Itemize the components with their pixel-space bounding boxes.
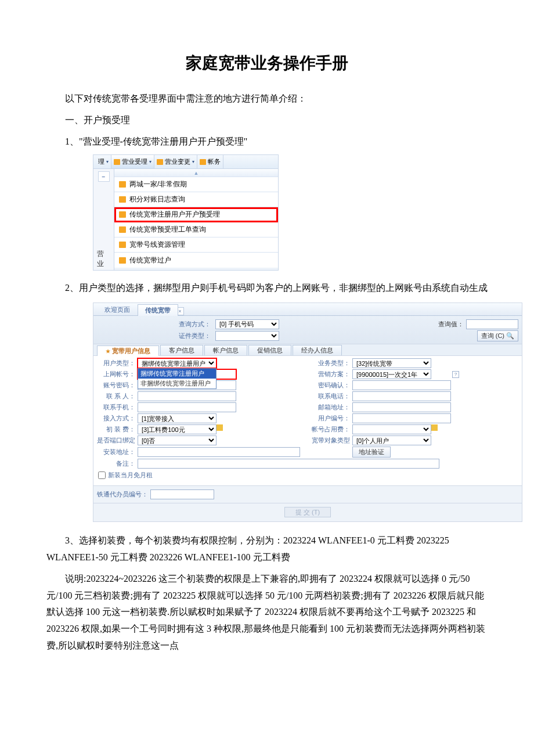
submit-button-disabled: 提 交 (T) xyxy=(284,507,331,517)
query-button[interactable]: 查询 (C)🔍 xyxy=(477,330,518,341)
warning-icon xyxy=(431,424,438,431)
dropdown-option[interactable]: 非捆绑传统宽带注册用户 xyxy=(138,379,216,388)
subtab-promo[interactable]: 促销信息 xyxy=(248,345,291,355)
label-remark: 备注： xyxy=(97,459,138,468)
warning-icon xyxy=(217,424,223,431)
screenshot-form: bdocx.com 欢迎页面 传统宽带 × 查询方式： [0] 手机号码 查询值… xyxy=(93,303,522,522)
label-contact: 联 系 人： xyxy=(97,392,138,401)
caret-icon: ▾ xyxy=(106,159,109,164)
subtab-customer[interactable]: 客户信息 xyxy=(160,345,203,355)
menu-item-label: 传统宽带预受理工单查询 xyxy=(129,225,206,235)
sub-tabs: 宽带用户信息 客户信息 帐户信息 促销信息 经办人信息 xyxy=(93,344,522,356)
select-fee-account[interactable] xyxy=(352,424,431,434)
lock-icon xyxy=(157,159,163,165)
document-page: 家庭宽带业务操作手册 以下对传统宽带各受理界面中需注意的地方进行简单介绍： 一、… xyxy=(0,0,534,694)
label-query-value: 查询值： xyxy=(438,320,464,329)
toolbar-left-label: 理 xyxy=(98,157,104,166)
lock-icon xyxy=(119,196,126,203)
select-id-type[interactable] xyxy=(215,331,279,341)
subtab-agent[interactable]: 经办人信息 xyxy=(293,345,342,355)
lock-icon xyxy=(119,242,126,248)
toolbar-btn-yingye-shouli[interactable]: 营业受理 ▾ xyxy=(111,155,154,168)
intro-paragraph: 以下对传统宽带各受理界面中需注意的地方进行简单介绍： xyxy=(46,91,488,107)
label-user-type: 用户类型： xyxy=(97,359,138,368)
label-target-type: 宽带对象类型： xyxy=(312,436,352,445)
scroll-up-arrow[interactable]: ▲ xyxy=(114,169,278,177)
menu-item[interactable]: 传统宽带预受理工单查询 xyxy=(114,222,278,237)
tab-broadband[interactable]: 传统宽带 xyxy=(138,304,178,316)
caret-icon: ▾ xyxy=(192,159,194,164)
lock-icon xyxy=(119,257,126,264)
dropdown-option[interactable]: 捆绑传统宽带注册用户 xyxy=(138,369,216,379)
lock-icon xyxy=(119,211,126,218)
label-net-account: 上网帐号： xyxy=(97,370,138,379)
label-password: 账号密码： xyxy=(97,381,138,390)
label-query-method: 查询方式： xyxy=(97,320,213,329)
label-biz-type: 业务类型： xyxy=(312,359,352,368)
select-user-type[interactable]: 捆绑传统宽带注册用户 xyxy=(138,358,217,368)
menu-item-label: 积分对账日志查询 xyxy=(129,195,185,204)
toolbar-btn-label: 帐务 xyxy=(208,157,221,166)
section-1-heading: 一、开户预受理 xyxy=(46,112,488,129)
document-title: 家庭宽带业务操作手册 xyxy=(46,52,488,74)
step-1-2: 2、用户类型的选择，捆绑型用户则手机号码即为客户的上网账号，非捆绑型的上网账号由… xyxy=(46,280,488,297)
label-mobile: 联系手机： xyxy=(97,403,138,412)
label-password-confirm: 密码确认： xyxy=(312,381,352,390)
step-1-4: 说明:2023224~2023226 这三个初装费的权限是上下兼容的,即拥有了 … xyxy=(46,571,488,654)
menu-item[interactable]: 传统宽带过户 xyxy=(114,253,278,268)
select-init-fee[interactable]: [3]工料费100元 xyxy=(138,424,217,434)
input-mobile[interactable] xyxy=(138,402,236,412)
toolbar-truncated-left: 理 ▾ xyxy=(96,155,111,168)
menu-list: ▲ 两城一家/非常假期 积分对账日志查询 传统宽带注册用户开户预受理 传统宽带预… xyxy=(114,169,278,270)
input-phone[interactable] xyxy=(352,391,451,401)
lock-icon xyxy=(119,226,126,233)
menu-item[interactable]: 宽带号线资源管理 xyxy=(114,237,278,253)
subtab-broadband-user[interactable]: 宽带用户信息 xyxy=(97,345,159,356)
menu-item-label: 传统宽带注册用户开户预受理 xyxy=(129,210,220,219)
menu-item-highlighted[interactable]: 传统宽带注册用户开户预受理 xyxy=(114,207,278,222)
select-port-bind[interactable]: [0]否 xyxy=(138,435,217,445)
step-1-3: 3、选择初装费，每个初装费均有权限控制，分别为：2023224 WLANFEE1… xyxy=(46,532,488,566)
checkbox-label: 新装当月免月租 xyxy=(108,471,153,480)
search-bar: 查询方式： [0] 手机号码 查询值： 证件类型： 查询 (C)🔍 xyxy=(93,316,522,344)
screenshot-menu: 理 ▾ 营业受理 ▾ 营业变更 ▾ 帐务 − 营业 xyxy=(93,154,279,271)
label-access: 接入方式： xyxy=(97,414,138,423)
collapse-toggle[interactable]: − xyxy=(98,171,110,182)
checkbox-free-first-month[interactable] xyxy=(98,471,106,479)
menu-left-column: − 营业 xyxy=(93,169,114,270)
input-password-confirm[interactable] xyxy=(352,380,451,390)
menu-item-label: 两城一家/非常假期 xyxy=(129,179,187,189)
user-type-dropdown-list: 捆绑传统宽带注册用户 非捆绑传统宽带注册用户 xyxy=(138,368,217,389)
form-area: 用户类型： 捆绑传统宽带注册用户 捆绑传统宽带注册用户 非捆绑传统宽带注册用户 … xyxy=(93,356,522,485)
toolbar-btn-zhangwu[interactable]: 帐务 xyxy=(197,155,223,168)
input-install-addr[interactable] xyxy=(138,447,300,457)
input-agent-code[interactable] xyxy=(150,489,214,499)
input-contact[interactable] xyxy=(138,391,236,401)
select-target-type[interactable]: [0]个人用户 xyxy=(352,435,431,445)
select-access[interactable]: [1]宽带接入 xyxy=(138,413,217,423)
subtab-account[interactable]: 帐户信息 xyxy=(204,345,247,355)
agent-code-bar: 铁通代办员编号： xyxy=(93,485,522,503)
input-query-value[interactable] xyxy=(466,319,518,329)
plan-lookup-button[interactable]: ? xyxy=(452,371,459,378)
select-biz-type[interactable]: [32]传统宽带 xyxy=(352,358,431,368)
top-tabs: 欢迎页面 传统宽带 × xyxy=(93,303,522,316)
label-phone: 联系电话： xyxy=(312,392,352,401)
tab-welcome[interactable]: 欢迎页面 xyxy=(97,304,138,315)
free-first-month-row: 新装当月免月租 xyxy=(97,469,518,482)
select-plan[interactable]: [99000015]一次交1年 xyxy=(352,369,431,379)
address-verify-button[interactable]: 地址验证 xyxy=(352,447,391,458)
toolbar-btn-label: 营业受理 xyxy=(122,157,147,166)
lock-icon xyxy=(114,159,120,165)
step-1-1: 1、"营业受理-传统宽带注册用户开户预受理" xyxy=(46,134,488,150)
input-usercode[interactable] xyxy=(352,413,451,423)
select-user-type-highlighted[interactable]: 捆绑传统宽带注册用户 捆绑传统宽带注册用户 非捆绑传统宽带注册用户 xyxy=(138,358,217,368)
input-remark[interactable] xyxy=(138,459,439,469)
menu-item[interactable]: 两城一家/非常假期 xyxy=(114,177,278,192)
toolbar-btn-yingye-biangen[interactable]: 营业变更 ▾ xyxy=(154,155,197,168)
menu-item[interactable]: 积分对账日志查询 xyxy=(114,192,278,207)
input-email[interactable] xyxy=(352,402,451,412)
select-query-method[interactable]: [0] 手机号码 xyxy=(215,319,279,329)
menu-item-label: 传统宽带过户 xyxy=(129,255,171,265)
form-footer: 提 交 (T) xyxy=(93,503,522,521)
